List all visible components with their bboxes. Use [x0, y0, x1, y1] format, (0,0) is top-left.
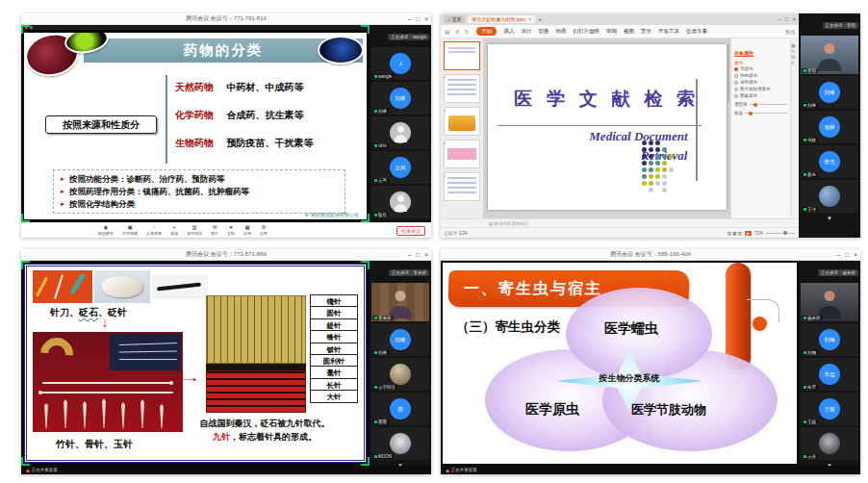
participant-tile[interactable]: 陈欣: [371, 186, 429, 218]
document-tab-label: 医学文献检索与利用.pptx: [472, 16, 525, 22]
participant-tile[interactable]: 小宇同学: [371, 358, 429, 391]
window-titlebar[interactable]: 腾讯会议 会议号：585-166-404 – □ ×: [441, 249, 860, 261]
dot-icon: [649, 140, 653, 145]
share-corner-icon: [21, 214, 30, 222]
fill-option-radio[interactable]: 纯色填充: [734, 73, 787, 78]
close-button[interactable]: ×: [424, 13, 428, 25]
quick-access-icons[interactable]: ▤ ↺ ↻: [445, 29, 471, 35]
fill-option-radio[interactable]: 渐变填充: [734, 80, 787, 85]
scroll-cap-decoration: [753, 317, 767, 331]
ribbon-tab[interactable]: 动画: [555, 28, 566, 35]
toolbar-button[interactable]: ↑ 共享屏幕: [146, 225, 162, 236]
participant-name: 圆圆: [372, 419, 389, 424]
slide-thumbnail[interactable]: 2: [444, 74, 480, 103]
find-button[interactable]: 查找: [785, 29, 795, 35]
drug-category-row: 生物药物 预防疫苗、干扰素等: [175, 133, 313, 150]
ribbon-tab[interactable]: 设计: [521, 28, 531, 35]
venn-label-protozoa: 医学原虫: [525, 401, 579, 419]
minimize-button[interactable]: –: [408, 13, 412, 25]
view-mode-icons[interactable]: ▤ ▦ ▥: [728, 231, 742, 236]
participant-tile[interactable]: 刘琳 刘琳: [371, 323, 429, 356]
maximize-button[interactable]: □: [785, 16, 789, 22]
close-button[interactable]: ×: [854, 249, 857, 261]
fill-option-radio[interactable]: 无填充: [734, 66, 787, 71]
line-slider[interactable]: [745, 113, 787, 114]
slide-thumbnail[interactable]: 5: [444, 172, 480, 201]
toolbar-icon: ✉: [213, 225, 217, 231]
ribbon-tab[interactable]: 切换: [538, 28, 549, 35]
notes-bar[interactable]: ▤ 单击此处添加备注: [441, 218, 799, 227]
toolbar-button[interactable]: ▣ 开启视频: [122, 225, 138, 236]
share-status-strip: ◆ 正在共享屏幕: [21, 466, 431, 474]
participant-tile[interactable]: 李老师: [371, 283, 429, 321]
participant-tile[interactable]: MOON: [371, 427, 429, 460]
participants-sidebar: 正在讲话：wangle J wangle 刘琳: [370, 25, 431, 222]
maximize-button[interactable]: □: [416, 249, 420, 261]
ribbon-tab[interactable]: 安全: [641, 28, 651, 35]
slide-thumbnail[interactable]: 1: [444, 41, 480, 70]
fill-option-radio[interactable]: 图片或纹理填充: [734, 87, 787, 91]
maximize-button[interactable]: □: [416, 13, 420, 25]
ribbon-tab[interactable]: 幻灯片放映: [573, 28, 600, 35]
participant-tile[interactable]: 李明: [801, 36, 858, 74]
toolbar-button[interactable]: ✉ 聊天: [211, 225, 218, 236]
fill-option-radio[interactable]: 图案填充: [734, 93, 787, 98]
participant-tile[interactable]: 蔡光 蔡光: [801, 145, 858, 178]
slide-thumbnail[interactable]: 3: [444, 107, 480, 136]
participant-name: 刘琳: [802, 103, 818, 108]
zoom-slider[interactable]: [766, 233, 795, 234]
ribbon-tab[interactable]: 会员专享: [686, 28, 707, 35]
avatar: [819, 186, 840, 207]
participant-tile[interactable]: 刘琳 刘琳: [371, 82, 429, 114]
participant-tile[interactable]: J wangle: [371, 47, 429, 80]
document-tab[interactable]: 医学文献检索与利用.pptx ×: [468, 15, 535, 23]
slideshow-button[interactable]: ▶: [745, 231, 752, 236]
minimize-button[interactable]: –: [779, 16, 781, 22]
ribbon-tab[interactable]: 审阅: [606, 28, 617, 35]
toolbar-button[interactable]: ▦ 应用: [243, 225, 251, 236]
participant-tile[interactable]: 王洁: [801, 180, 858, 213]
participant-name: 李老师: [372, 316, 394, 320]
radio-icon: [734, 88, 738, 91]
category-description: 预防疫苗、干扰素等: [226, 138, 313, 148]
ribbon-tab[interactable]: 开发工具: [658, 28, 679, 35]
slide-thumbnail[interactable]: 4: [444, 140, 480, 168]
participant-tile[interactable]: 小舟: [801, 427, 858, 460]
toolbar-button[interactable]: ⚙ 设置: [260, 225, 268, 236]
scroll-down-button[interactable]: ▼: [799, 215, 860, 222]
participant-tile[interactable]: 刘梅 刘梅: [801, 323, 858, 356]
toolbar-button[interactable]: ▥ 管理成员: [187, 225, 202, 236]
new-tab-button[interactable]: +: [538, 16, 542, 22]
ribbon-tab[interactable]: 开始: [476, 27, 497, 36]
alpha-slider[interactable]: [750, 104, 788, 105]
minimize-button[interactable]: –: [408, 249, 412, 261]
ribbon-tab[interactable]: 插入: [503, 28, 514, 35]
window-titlebar[interactable]: 腾讯会议 会议号：771-571-869 – □ ×: [21, 249, 431, 261]
avatar: 蔡光: [819, 151, 840, 172]
ribbon-tab[interactable]: 视图: [624, 28, 634, 35]
close-tab-icon[interactable]: ×: [528, 16, 531, 22]
window-titlebar[interactable]: 腾讯会议 会议号：771-761-814 – □ ×: [21, 13, 431, 25]
end-meeting-button[interactable]: 结束会议: [396, 226, 425, 236]
share-badge-text: 正在共享屏幕: [32, 468, 58, 472]
side-tabstrip[interactable]: ▣ ✎ ⚙ ≡: [790, 38, 799, 218]
close-button[interactable]: ×: [424, 249, 428, 261]
participant-tile[interactable]: 刘琳 刘琳: [801, 76, 858, 109]
toolbar-button[interactable]: ● 录制: [227, 225, 235, 236]
toolbar-button[interactable]: ◉ 解除静音: [98, 225, 114, 236]
participant-tile[interactable]: 云风 云风: [371, 151, 429, 184]
minimize-button[interactable]: –: [837, 249, 841, 261]
canvas-scrollbar[interactable]: [727, 44, 729, 102]
home-tab[interactable]: ⌂ 首页: [444, 15, 465, 23]
close-button[interactable]: ×: [792, 16, 796, 22]
participant-tile[interactable]: 杨老师: [801, 283, 858, 321]
fill-section-label: 填充: [734, 61, 787, 65]
maximize-button[interactable]: □: [845, 249, 849, 261]
dot-icon: [649, 181, 653, 186]
participant-tile[interactable]: 张怡: [371, 116, 429, 149]
participant-tile[interactable]: 朱霞 朱霞: [801, 358, 858, 391]
participant-tile[interactable]: 王丽 王丽: [801, 393, 858, 425]
toolbar-button[interactable]: + 邀请: [170, 225, 178, 236]
participant-tile[interactable]: 圆 圆圆: [371, 393, 429, 425]
participant-tile[interactable]: 张静 张静: [801, 111, 858, 143]
